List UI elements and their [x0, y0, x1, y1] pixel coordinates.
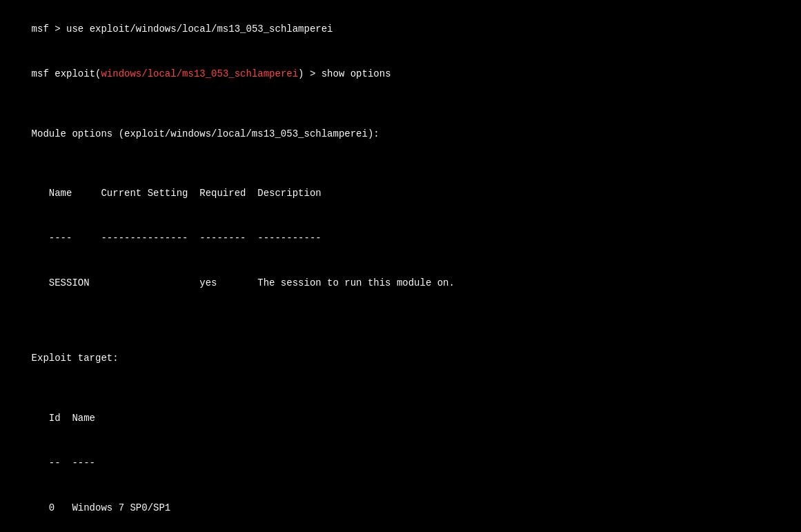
spacer-3: [8, 306, 793, 322]
msf-prompt-1: msf: [32, 23, 49, 35]
target-table-dashes: -- ----: [8, 441, 793, 486]
table-dashes: ---- --------------- -------- ----------…: [8, 217, 793, 262]
terminal: msf > use exploit/windows/local/ms13_053…: [0, 0, 801, 532]
target-row-0: 0 Windows 7 SP0/SP1: [8, 486, 793, 531]
exploit-name-1: windows/local/ms13_053_schlamperei: [101, 68, 298, 79]
msf-prompt-2: msf: [32, 68, 49, 79]
target-table-header: Id Name: [8, 396, 793, 441]
exploit-target-header: Exploit target:: [8, 336, 793, 381]
module-options-header: Module options (exploit/windows/local/ms…: [8, 112, 793, 157]
spacer-5: [8, 381, 793, 396]
cmd-use: > use exploit/windows/local/ms13_053_sch…: [49, 23, 333, 35]
line-use-command: msf > use exploit/windows/local/ms13_053…: [8, 7, 793, 52]
spacer-4: [8, 321, 793, 336]
spacer-1: [8, 97, 793, 112]
line-show-options: msf exploit(windows/local/ms13_053_schla…: [8, 52, 793, 97]
table-session-row: SESSION yes The session to run this modu…: [8, 262, 793, 306]
table-header: Name Current Setting Required Descriptio…: [8, 172, 793, 217]
spacer-2: [8, 157, 793, 172]
exploit-cmd-show: ) > show options: [298, 68, 390, 79]
exploit-paren-open-1: exploit(: [49, 68, 101, 79]
